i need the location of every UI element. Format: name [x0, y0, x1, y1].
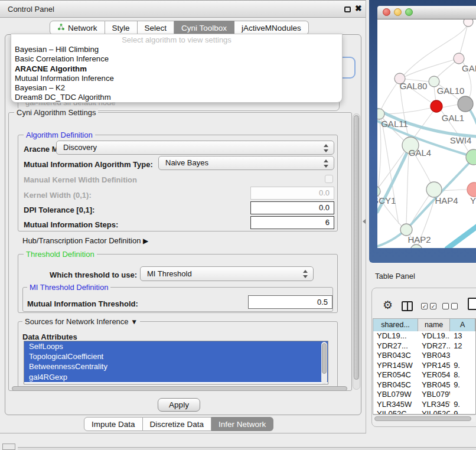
settings-vscroll-thumb[interactable] — [354, 115, 359, 380]
table-row[interactable]: YDR27...YDR27...12 — [373, 341, 475, 351]
network-canvas[interactable]: GALGAL80GAL10GAL1GAL11SWI4GAL4GCY1HAP4YH… — [377, 19, 476, 248]
table-hscroll-thumb[interactable] — [374, 416, 471, 421]
algorithm-popup-hint: Select algorithm to view settings — [11, 35, 342, 45]
table-row[interactable]: YIL052CYIL052C9 — [373, 409, 475, 415]
node-table[interactable]: shared...nameA YDL19...YDL19...13YDR27..… — [373, 318, 476, 415]
attribute-item-betweennesscentrality[interactable]: BetweennessCentrality — [24, 361, 328, 371]
kernel-width-label: Kernel Width (0,1): — [24, 191, 92, 200]
float-window-icon[interactable] — [344, 6, 351, 12]
apply-button[interactable]: Apply — [158, 398, 200, 412]
table-row[interactable]: YDL19...YDL19...13 — [373, 331, 475, 341]
network-edge — [381, 83, 397, 110]
tab-label: Network — [68, 24, 97, 32]
table-settings-gear-icon[interactable]: ⚙ — [383, 298, 393, 312]
network-node[interactable] — [458, 96, 473, 112]
tab-network[interactable]: Network — [50, 21, 105, 35]
mi-threshold-field[interactable]: 0.5 — [248, 295, 332, 309]
network-node[interactable] — [467, 182, 476, 197]
network-edge-highlighted — [470, 109, 476, 123]
table-row[interactable]: YER054CYER054C8. — [373, 370, 475, 380]
export-table-icon[interactable] — [468, 298, 476, 310]
kernel-width-field[interactable]: 0.0 — [250, 187, 334, 200]
hub-definition-expander[interactable]: Hub/Transcription Factor Definition ▶ — [22, 236, 148, 245]
algorithm-option-mutual-information-inference[interactable]: Mutual Information Inference — [11, 74, 342, 83]
close-window-icon[interactable]: ✖ — [355, 4, 362, 13]
table-panel-title: Table Panel — [375, 272, 415, 281]
tab-cyni-toolbox[interactable]: Cyni Toolbox — [174, 21, 234, 35]
chevron-right-icon: ▶ — [143, 237, 148, 245]
spinner-arrows-icon — [303, 269, 308, 279]
attribute-list-scroll-thumb[interactable] — [322, 343, 327, 374]
column-header-a[interactable]: A — [450, 319, 475, 331]
settings-hscroll-thumb[interactable] — [12, 386, 347, 391]
table-row[interactable]: YBR043CYBR043C — [373, 351, 475, 361]
app-root: Control Panel ✖ NetworkStyleSelectCyni T… — [0, 0, 476, 450]
table-row[interactable]: YBL079WYBL079W — [373, 390, 475, 400]
deselect-all-checkbox-icon[interactable] — [451, 303, 458, 309]
select-all-checkbox-icon[interactable]: ✓ — [430, 303, 436, 309]
node-label-gal: GAL — [462, 63, 476, 73]
zoom-traffic-light-icon[interactable] — [405, 8, 413, 16]
deselect-all-checkbox-icon[interactable] — [442, 303, 449, 309]
attribute-item-topologicalcoefficient[interactable]: TopologicalCoefficient — [24, 351, 328, 361]
tab-impute-data[interactable]: Impute Data — [84, 417, 143, 431]
network-node[interactable] — [400, 224, 412, 236]
network-node[interactable] — [410, 244, 422, 248]
table-row[interactable]: YLR345WYLR345W9. — [373, 400, 475, 410]
column-header-shared[interactable]: shared... — [373, 319, 418, 331]
sources-legend[interactable]: Sources for Network Inference ▼ — [22, 317, 140, 326]
tab-label: Cyni Toolbox — [181, 24, 227, 32]
select-all-checkbox-icon[interactable]: ✓ — [421, 303, 428, 309]
settings-vertical-scrollbar[interactable] — [353, 113, 360, 390]
network-window-titlebar[interactable] — [377, 6, 476, 19]
table-cell: YPR145W — [418, 361, 450, 371]
column-header-name[interactable]: name — [418, 319, 450, 331]
dpi-tolerance-field[interactable]: 0.0 — [250, 201, 334, 214]
algorithm-option-bayesian-k2[interactable]: Bayesian – K2 — [11, 83, 342, 93]
mi-steps-label: Mutual Information Steps: — [24, 220, 118, 229]
show-columns-icon[interactable] — [402, 301, 413, 311]
table-cell: 9. — [450, 361, 475, 371]
which-threshold-combo[interactable]: MI Threshold — [140, 266, 314, 281]
tab-infer-network[interactable]: Infer Network — [211, 417, 273, 431]
network-edge — [406, 154, 409, 224]
sources-legend-label: Sources for Network Inference — [25, 317, 129, 326]
control-panel-titlebar[interactable]: Control Panel ✖ — [0, 0, 366, 18]
tab-select[interactable]: Select — [138, 21, 175, 35]
manual-kernel-checkbox[interactable] — [325, 175, 333, 183]
algorithm-option-aracne-algorithm[interactable]: ARACNE Algorithm — [11, 64, 342, 74]
close-traffic-light-icon[interactable] — [383, 8, 390, 16]
tab-style[interactable]: Style — [105, 21, 138, 35]
splitter-collapse-icon[interactable] — [363, 219, 366, 224]
network-node[interactable] — [377, 109, 384, 119]
minimize-traffic-light-icon[interactable] — [394, 8, 402, 16]
settings-horizontal-scrollbar[interactable] — [11, 386, 350, 392]
table-cell: 9. — [450, 400, 475, 410]
attribute-list-scrollbar[interactable] — [321, 342, 327, 384]
algorithm-option-basic-correlation-inference[interactable]: Basic Correlation Inference — [11, 54, 342, 64]
bottom-left-panel-fragment — [2, 444, 15, 450]
attribute-item-selfloops[interactable]: SelfLoops — [24, 341, 328, 351]
node-label-hap4: HAP4 — [435, 195, 458, 206]
tab-discretize-data[interactable]: Discretize Data — [143, 417, 212, 431]
algorithm-option-bayesian-hill-climbing[interactable]: Bayesian – Hill Climbing — [11, 45, 342, 54]
table-row[interactable]: YPR145WYPR145W9. — [373, 361, 475, 371]
table-cell — [450, 390, 475, 400]
tab-jactivemnodules[interactable]: jActiveMNodules — [234, 21, 309, 35]
network-node[interactable] — [464, 19, 473, 27]
table-row[interactable]: YBR045CYBR045C9. — [373, 380, 475, 390]
mi-steps-field[interactable]: 6 — [250, 216, 334, 229]
mi-type-combo[interactable]: Naive Bayes — [158, 156, 334, 170]
table-cell: YDL19... — [418, 331, 450, 341]
network-node[interactable] — [466, 149, 476, 165]
mi-type-label: Mutual Information Algorithm Type: — [24, 160, 153, 169]
data-attributes-list[interactable]: SelfLoopsTopologicalCoefficientBetweenne… — [24, 341, 328, 384]
algorithm-option-dream8-dc-tdc-algorithm[interactable]: Dream8 DC_TDC Algorithm — [11, 93, 342, 102]
control-panel-right-edge — [366, 0, 366, 433]
attribute-item-gal4rgexp[interactable]: gal4RGexp — [24, 372, 328, 382]
network-node[interactable] — [431, 100, 442, 112]
aracne-mode-combo[interactable]: Discovery — [56, 141, 334, 155]
table-horizontal-scrollbar[interactable] — [373, 415, 475, 422]
network-node[interactable] — [454, 53, 464, 64]
table-cell: YDR27... — [373, 341, 418, 351]
